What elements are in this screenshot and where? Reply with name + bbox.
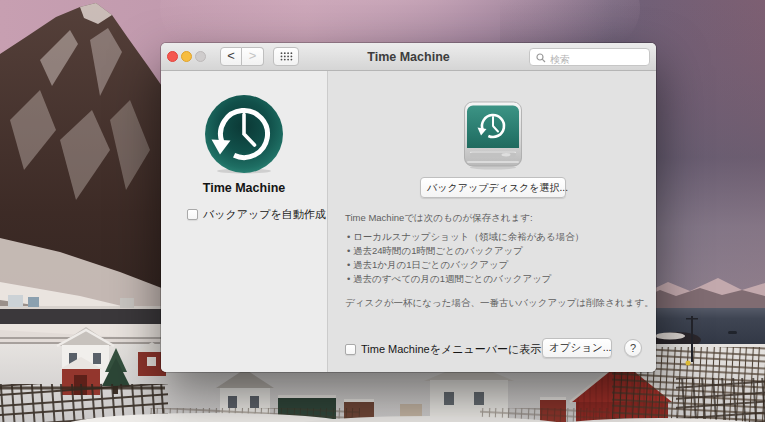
nav-buttons: < > xyxy=(220,47,264,66)
search-icon xyxy=(536,53,546,63)
select-backup-disk-button[interactable]: バックアップディスクを選択... xyxy=(420,177,566,198)
auto-backup-label[interactable]: バックアップを自動作成 xyxy=(203,207,326,222)
zoom-button[interactable] xyxy=(195,51,206,62)
backup-info-heading: Time Machineでは次のものが保存されます: xyxy=(345,212,533,225)
titlebar[interactable]: Time Machine < > xyxy=(161,43,656,71)
back-button[interactable]: < xyxy=(220,47,242,66)
forward-button[interactable]: > xyxy=(242,47,264,66)
minimize-button[interactable] xyxy=(181,51,192,62)
backup-info-item: 過去24時間の1時間ごとのバックアップ xyxy=(347,244,584,258)
menubar-row: Time Machineをメニューバーに表示 xyxy=(345,342,541,357)
app-name-label: Time Machine xyxy=(161,181,327,195)
menubar-label[interactable]: Time Machineをメニューバーに表示 xyxy=(361,342,541,357)
help-button[interactable]: ? xyxy=(624,339,642,357)
backup-info-item: 過去1か月の1日ごとのバックアップ xyxy=(347,258,584,272)
search-input[interactable] xyxy=(530,52,649,68)
auto-backup-checkbox[interactable] xyxy=(187,209,198,220)
window-content: Time Machine バックアップを自動作成 xyxy=(161,71,656,372)
menubar-checkbox[interactable] xyxy=(345,344,356,355)
backup-info-item: ローカルスナップショット（領域に余裕がある場合） xyxy=(347,230,584,244)
time-machine-preferences-window: Time Machine < > xyxy=(161,43,656,372)
options-button[interactable]: オプション... xyxy=(542,338,612,358)
close-button[interactable] xyxy=(167,51,178,62)
grid-icon xyxy=(280,52,293,61)
sidebar: Time Machine バックアップを自動作成 xyxy=(161,71,328,372)
backup-info-item: 過去のすべての月の1週間ごとのバックアップ xyxy=(347,272,584,286)
time-machine-app-icon xyxy=(204,94,284,174)
disk-full-note: ディスクが一杯になった場合、一番古いバックアップは削除されます。 xyxy=(345,297,654,310)
show-all-button[interactable] xyxy=(273,47,299,66)
search-field xyxy=(529,48,650,66)
backup-disk-icon xyxy=(463,101,523,171)
backup-info-list: ローカルスナップショット（領域に余裕がある場合） 過去24時間の1時間ごとのバッ… xyxy=(347,230,584,286)
auto-backup-row: バックアップを自動作成 xyxy=(187,207,326,222)
main-panel: バックアップディスクを選択... Time Machineでは次のものが保存され… xyxy=(328,71,656,372)
